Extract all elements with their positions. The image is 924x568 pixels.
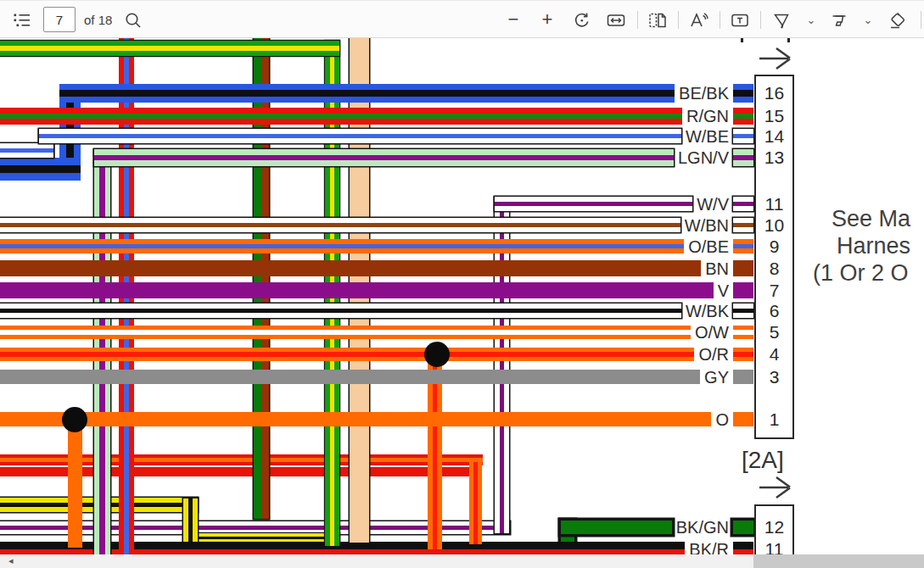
pin-row-BE/BK: BE/BK [59, 84, 753, 103]
pin-row-BK/GN: BK/GN [561, 521, 753, 534]
pin-number: 7 [754, 281, 794, 301]
vwire-Y/BK [183, 498, 198, 543]
wire-BE/BK [59, 84, 675, 103]
wire-O/BE [0, 239, 684, 253]
eraser-icon[interactable] [887, 10, 907, 31]
wire-stub [733, 129, 753, 143]
wire-label: LGN/V [674, 149, 733, 166]
wire-LGN/V [94, 149, 674, 166]
pin-row-O/R: O/R [0, 348, 753, 361]
wire-W/BN [0, 218, 680, 232]
rotate-icon[interactable] [572, 10, 592, 31]
vwire-O/R-bend [469, 462, 482, 544]
wire-stub [733, 197, 753, 211]
wire-O [0, 412, 711, 426]
pin-row-V: V [0, 282, 753, 298]
partial-top-label-mark [741, 38, 743, 42]
draw-pen-dropdown-chevron[interactable]: ⌄ [804, 14, 818, 26]
wire-label: O [711, 411, 733, 428]
wire-stub [733, 149, 753, 166]
wire-label: GY [700, 369, 733, 386]
wire-label: O/BE [684, 238, 733, 255]
pin-row-O/BE: O/BE [0, 239, 753, 253]
toolbar-divider [921, 11, 921, 29]
pin-row-W/BK: W/BK [0, 303, 753, 318]
wire-label: W/BE [681, 128, 733, 145]
toolbar-divider [678, 11, 679, 29]
pin-row-W/V: W/V [495, 197, 753, 211]
toolbar-divider [760, 11, 761, 29]
wire-stub [733, 108, 753, 125]
flow-arrow-bottom [756, 473, 795, 500]
wire-stub [733, 412, 753, 426]
pin-row-W/BE: W/BE [39, 129, 753, 143]
wire-W/V [495, 197, 692, 211]
wire-stub [733, 348, 753, 361]
wire-label: O/R [694, 346, 733, 363]
wire-label: R/GN [682, 108, 733, 125]
see-harness-note-line3: (1 Or 2 O [813, 260, 909, 287]
wire-stub [733, 218, 753, 232]
junction-dot [62, 407, 87, 432]
vwire-O-branch [68, 419, 82, 548]
wire-O/W [0, 326, 691, 339]
wire-label: O/W [691, 324, 733, 341]
wire-W/BE [39, 129, 681, 143]
pin-number: 9 [754, 237, 794, 257]
pin-number: 6 [754, 301, 794, 321]
zoom-out-button[interactable]: − [503, 8, 524, 31]
pdf-viewer-toolbar: of 18 − + ⌄ ⌄ [0, 0, 924, 38]
wire-BK/GN [561, 521, 672, 534]
scrollbar-thumb[interactable] [753, 554, 924, 568]
pin-row-LGN/V: LGN/V [94, 149, 753, 166]
pin-number: 5 [754, 322, 794, 342]
horizontal-scrollbar[interactable]: ◂ [0, 554, 924, 568]
pin-number: 4 [754, 344, 794, 365]
pin-row-O/W: O/W [0, 326, 753, 339]
pin-number: 15 [754, 106, 794, 126]
pin-number: 1 [754, 409, 794, 430]
wire-W/BE-lower [0, 143, 53, 158]
draw-pen-icon[interactable] [771, 10, 792, 31]
toolbar-divider [637, 11, 638, 29]
wire-stub [733, 260, 753, 276]
read-aloud-icon[interactable] [689, 10, 709, 31]
pin-row-O: O [0, 412, 753, 426]
wire-label: BK/GN [672, 519, 733, 536]
scroll-left-arrow[interactable]: ◂ [8, 555, 14, 566]
page-number-input[interactable] [43, 7, 76, 32]
zoom-in-button[interactable]: + [537, 8, 557, 31]
pin-number: 8 [754, 259, 794, 279]
wire-W/BK [0, 303, 681, 318]
wire-label: BE/BK [675, 85, 733, 102]
search-icon[interactable] [123, 10, 143, 31]
see-harness-note-line1: See Ma [832, 206, 910, 232]
wire-stub [733, 521, 753, 534]
connector-id-label: [2A] [742, 447, 784, 474]
wire-GY [0, 370, 700, 384]
wire-stub [733, 282, 753, 298]
wire-Y/GN-top [0, 41, 339, 56]
partial-top-label-mark [787, 38, 790, 42]
pdf-page-wiring-diagram: [2A] See Ma Harnes (1 Or 2 O BE/BK16R/GN… [0, 0, 924, 568]
wire-R/GN [0, 108, 682, 125]
pin-number: 3 [754, 367, 794, 387]
see-harness-note-line2: Harnes [837, 233, 910, 259]
wire-label: W/BK [681, 303, 733, 320]
flow-arrow-top [756, 44, 795, 71]
pin-number: 10 [754, 215, 794, 236]
wire-V [0, 282, 714, 298]
highlighter-icon[interactable] [829, 10, 849, 31]
fit-width-icon[interactable] [606, 10, 626, 31]
wire-stub [733, 84, 753, 103]
page-view-icon[interactable] [647, 10, 668, 31]
pin-number: 12 [754, 517, 794, 537]
add-text-icon[interactable] [730, 10, 750, 31]
pin-number: 14 [754, 126, 794, 147]
table-of-contents-icon[interactable] [12, 10, 32, 31]
wire-label: BN [701, 260, 733, 277]
highlighter-dropdown-chevron[interactable]: ⌄ [861, 14, 875, 26]
pin-number: 16 [754, 83, 794, 103]
wire-BN [0, 260, 701, 276]
wire-label: W/V [692, 196, 733, 213]
